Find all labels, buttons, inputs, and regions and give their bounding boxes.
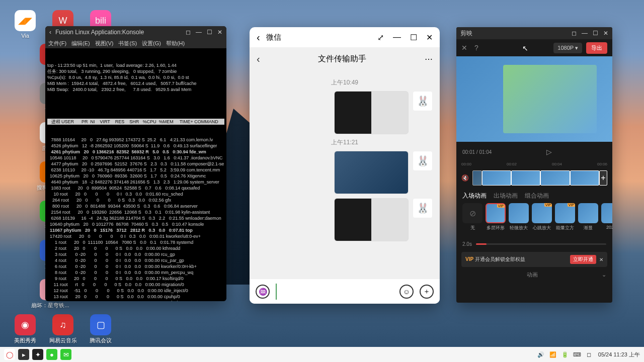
close-icon[interactable]: ✕ xyxy=(426,33,433,42)
konsole-output[interactable]: top - 11:23:50 up 51 min, 1 user, load a… xyxy=(45,48,226,301)
wechat-input-bar: ♒ ☺ ＋ xyxy=(250,279,440,304)
desktop-icon[interactable]: ▢腾讯会议 xyxy=(86,314,116,344)
resolution-dropdown[interactable]: 1080P ▾ xyxy=(553,43,582,53)
clock[interactable]: 05/24 11:23 上午 xyxy=(598,351,640,358)
message-image[interactable] xyxy=(334,151,409,194)
taskbar-app-icon[interactable]: ✉ xyxy=(60,349,71,360)
duration-slider: 2.0s xyxy=(456,238,612,250)
close-icon[interactable]: ✕ xyxy=(217,29,222,36)
message-image[interactable] xyxy=(334,198,409,241)
taskbar-app-icon[interactable]: ▸ xyxy=(18,349,29,360)
tray-icon[interactable]: ◻ xyxy=(585,350,593,358)
menu-item[interactable]: 帮助(H) xyxy=(166,40,185,47)
wechat-messages[interactable]: 上午10:49 🐰 上午11:21 🐰 🐰 xyxy=(250,70,440,279)
maximize-icon[interactable]: ☐ xyxy=(410,33,417,42)
vip-subscribe-button[interactable]: 立即开通 xyxy=(570,255,596,264)
menu-item[interactable]: 书签(S) xyxy=(118,40,137,47)
video-clip[interactable] xyxy=(540,170,570,186)
export-button[interactable]: 导出 xyxy=(586,42,607,54)
desktop-icon[interactable]: ◢◤Via xyxy=(10,10,40,39)
minimize-icon[interactable]: — xyxy=(582,30,588,37)
more-icon[interactable]: ⋯ xyxy=(425,54,433,64)
process-row: 2 root 20 0 0 0 0 S 0.0 0.0 0:00.00 kthr… xyxy=(47,245,224,251)
icon-label: Via xyxy=(21,33,29,39)
avatar[interactable]: 🐰 xyxy=(413,151,433,171)
play-icon[interactable]: ▷ xyxy=(546,148,552,156)
slider-track[interactable] xyxy=(476,243,606,245)
konsole-titlebar[interactable]: ‹ Fusion Linux Application:Konsole ◻ — ☐… xyxy=(45,26,226,38)
effect-label: 心跳放大 xyxy=(533,225,551,231)
process-row: 1083 root 20 0 899504 90524 52588 S 0.7 … xyxy=(47,185,224,191)
effect-item[interactable]: 2024 xyxy=(601,203,612,238)
back-icon[interactable]: ‹ xyxy=(49,29,51,36)
menu-item[interactable]: 编辑(E) xyxy=(71,40,90,47)
tab[interactable]: 组合动画 xyxy=(525,192,549,200)
video-clip[interactable] xyxy=(511,170,540,186)
process-row: 8 root 0 -20 0 0 0 I 0.0 0.0 0:00.00 mm_… xyxy=(47,269,224,276)
taskbar-app-icon[interactable]: ◯ xyxy=(4,349,15,360)
tray-icon[interactable]: 🔋 xyxy=(561,350,569,358)
back-icon[interactable]: ‹ xyxy=(257,32,260,43)
expand-icon[interactable]: ⤢ xyxy=(377,33,384,42)
process-row: 9 root 20 0 0 0 0 S 0.0 0.0 0:00.17 ksof… xyxy=(47,276,224,282)
jianying-toolbar: ✕ ? 1080P ▾ 导出 xyxy=(456,39,612,56)
voice-icon[interactable]: ♒ xyxy=(256,285,270,299)
tray-icon[interactable]: 🔊 xyxy=(537,350,545,358)
help-icon[interactable]: ? xyxy=(474,44,478,52)
message-row: 🐰 xyxy=(257,198,433,241)
chevron-down-icon[interactable]: ⌄ xyxy=(602,272,606,278)
avatar[interactable]: 🐰 xyxy=(413,91,433,111)
close-icon[interactable]: ✕ xyxy=(599,257,603,262)
wechat-titlebar[interactable]: ‹ 微信 ⤢ — ☐ ✕ xyxy=(250,27,440,47)
tray-icon[interactable]: 📶 xyxy=(549,350,557,358)
menu-item[interactable]: 视图(V) xyxy=(95,40,114,47)
plus-icon[interactable]: ＋ xyxy=(420,285,434,299)
back-icon[interactable]: ‹ xyxy=(257,53,260,65)
mute-icon[interactable]: 🔇 xyxy=(461,174,471,182)
close-icon[interactable]: ✕ xyxy=(603,30,608,37)
process-row: 4640 phytium 18 -2 8482276 374148 261656… xyxy=(47,179,224,185)
effect-item[interactable]: ⊘无 xyxy=(462,203,482,238)
effect-item[interactable]: VIP心跳放大 xyxy=(532,203,552,238)
app-icon: ▢ xyxy=(90,314,111,335)
process-row: 6238 10110 20 -10 46.7g 848956 440716 S … xyxy=(47,167,224,173)
jianying-titlebar[interactable]: 剪映 ◻ — ☐ ✕ xyxy=(456,27,612,39)
effect-item[interactable]: VIP能量立方 xyxy=(555,203,575,238)
tab[interactable]: 出场动画 xyxy=(494,192,518,200)
effect-thumb: VIP xyxy=(486,203,506,223)
restore-icon[interactable]: ◻ xyxy=(186,29,191,36)
desktop-icon[interactable]: ◉美图秀秀 xyxy=(10,314,40,344)
restore-icon[interactable]: ◻ xyxy=(572,30,577,37)
add-clip-button[interactable]: + xyxy=(599,170,607,186)
tray-icon[interactable]: ⌨ xyxy=(573,350,581,358)
effect-item[interactable]: 渐显 xyxy=(578,203,598,238)
tab[interactable]: 入场动画 xyxy=(462,192,487,200)
video-clip[interactable] xyxy=(570,170,599,186)
process-row: 12 root -51 0 0 0 0 S 0.0 0.0 0:00.00 id… xyxy=(47,288,224,294)
emoji-icon[interactable]: ☺ xyxy=(399,285,414,299)
menu-item[interactable]: 文件(F) xyxy=(48,40,66,47)
minimize-icon[interactable]: — xyxy=(196,29,202,36)
process-row: 4261 phytium 20 0 1366216 82352 56932 R … xyxy=(47,149,224,155)
taskbar-app-icon[interactable]: ● xyxy=(46,349,57,360)
effect-item[interactable]: 轻微放大 xyxy=(509,203,529,238)
desktop-icon[interactable]: ♫网易云音乐 xyxy=(48,314,78,344)
effect-label: 轻微放大 xyxy=(510,225,528,231)
effect-label: 能量立方 xyxy=(556,225,574,231)
maximize-icon[interactable]: ☐ xyxy=(593,30,598,37)
video-preview[interactable] xyxy=(456,56,612,142)
video-track[interactable]: 🔇 + xyxy=(461,169,607,187)
close-panel-icon[interactable]: ✕ xyxy=(461,44,467,52)
minimize-icon[interactable]: — xyxy=(393,33,401,42)
video-clip[interactable] xyxy=(482,170,511,186)
taskbar-app-icon[interactable]: ✦ xyxy=(32,349,43,360)
avatar[interactable]: 🐰 xyxy=(413,198,433,218)
process-row: 6 root 0 -20 0 0 0 I 0.0 0.0 0:00.00 kwo… xyxy=(47,263,224,269)
konsole-window: ‹ Fusion Linux Application:Konsole ◻ — ☐… xyxy=(45,26,226,301)
maximize-icon[interactable]: ☐ xyxy=(207,29,212,36)
effect-item[interactable]: VIP多层环形 xyxy=(486,203,506,238)
message-input[interactable] xyxy=(276,284,393,300)
message-image[interactable] xyxy=(334,91,409,134)
menu-item[interactable]: 设置(G) xyxy=(142,40,161,47)
video-clip[interactable] xyxy=(472,170,482,186)
